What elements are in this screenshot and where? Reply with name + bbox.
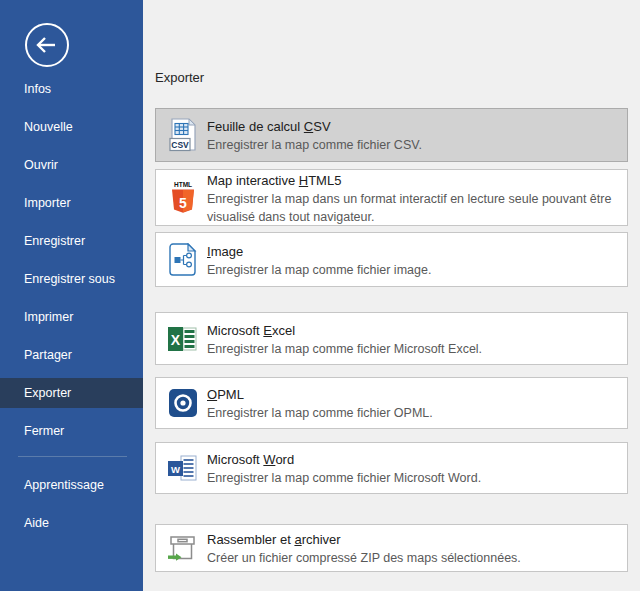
- export-option-title: Map interactive HTML5: [207, 173, 341, 188]
- export-option-opml[interactable]: OPML Enregistrer la map comme fichier OP…: [155, 377, 628, 429]
- export-option-excel[interactable]: X Microsoft Excel Enregistrer la map com…: [155, 312, 628, 365]
- svg-text:W: W: [171, 464, 180, 475]
- export-option-archive[interactable]: Rassembler et archiver Créer un fichier …: [155, 524, 628, 572]
- export-option-title: OPML: [207, 387, 244, 402]
- export-option-title: Microsoft Word: [207, 452, 294, 467]
- export-option-word[interactable]: W Microsoft Word Enregistrer la map comm…: [155, 442, 628, 494]
- export-option-html5[interactable]: HTML 5 Map interactive HTML5 Enregistrer…: [155, 169, 628, 226]
- export-option-description: Enregistrer la map comme fichier Microso…: [207, 471, 481, 485]
- sidebar-item-ouvrir[interactable]: Ouvrir: [0, 150, 143, 180]
- sidebar-divider: [18, 456, 127, 457]
- export-pane: Exporter CSV Feuille de calcul CSV Enreg…: [143, 0, 640, 591]
- sidebar-item-imprimer[interactable]: Imprimer: [0, 302, 143, 332]
- sidebar-item-infos[interactable]: Infos: [0, 74, 143, 104]
- image-file-icon: [168, 242, 198, 278]
- export-option-description: Enregistrer la map comme fichier OPML.: [207, 406, 433, 420]
- export-option-title: Microsoft Excel: [207, 323, 295, 338]
- sidebar-item-enregistrer-sous[interactable]: Enregistrer sous: [0, 264, 143, 294]
- backstage-sidebar: Infos Nouvelle Ouvrir Importer Enregistr…: [0, 0, 143, 591]
- archive-icon: [168, 530, 198, 566]
- sidebar-item-aide[interactable]: Aide: [0, 508, 143, 538]
- export-option-title: Feuille de calcul CSV: [207, 119, 331, 134]
- export-option-image[interactable]: Image Enregistrer la map comme fichier i…: [155, 232, 628, 287]
- back-arrow-icon: [24, 22, 70, 68]
- csv-file-icon: CSV: [168, 117, 198, 153]
- sidebar-item-importer[interactable]: Importer: [0, 188, 143, 218]
- sidebar-item-fermer[interactable]: Fermer: [0, 416, 143, 446]
- page-title: Exporter: [155, 70, 640, 85]
- sidebar-item-enregistrer[interactable]: Enregistrer: [0, 226, 143, 256]
- export-option-description: Enregistrer la map comme fichier CSV.: [207, 138, 422, 152]
- export-option-title: Image: [207, 244, 243, 259]
- svg-text:5: 5: [179, 195, 187, 211]
- export-option-description: Enregistrer la map comme fichier image.: [207, 263, 431, 277]
- export-option-title: Rassembler et archiver: [207, 532, 341, 547]
- html5-icon: HTML 5: [168, 180, 198, 216]
- excel-icon: X: [168, 321, 198, 357]
- sidebar-item-apprentissage[interactable]: Apprentissage: [0, 470, 143, 500]
- word-icon: W: [168, 450, 198, 486]
- svg-text:HTML: HTML: [174, 181, 192, 188]
- svg-text:CSV: CSV: [171, 140, 189, 150]
- export-option-description: Créer un fichier compressé ZIP des maps …: [207, 551, 521, 565]
- svg-text:X: X: [171, 331, 181, 347]
- backstage-nav: Infos Nouvelle Ouvrir Importer Enregistr…: [0, 74, 143, 538]
- back-button[interactable]: [24, 22, 70, 68]
- export-option-description: Enregistrer la map comme fichier Microso…: [207, 342, 482, 356]
- sidebar-item-exporter[interactable]: Exporter: [0, 378, 143, 408]
- sidebar-item-partager[interactable]: Partager: [0, 340, 143, 370]
- sidebar-item-nouvelle[interactable]: Nouvelle: [0, 112, 143, 142]
- export-option-description: Enregistrer la map dans un format intera…: [207, 192, 611, 224]
- opml-icon: [168, 385, 198, 421]
- export-option-csv[interactable]: CSV Feuille de calcul CSV Enregistrer la…: [155, 108, 628, 162]
